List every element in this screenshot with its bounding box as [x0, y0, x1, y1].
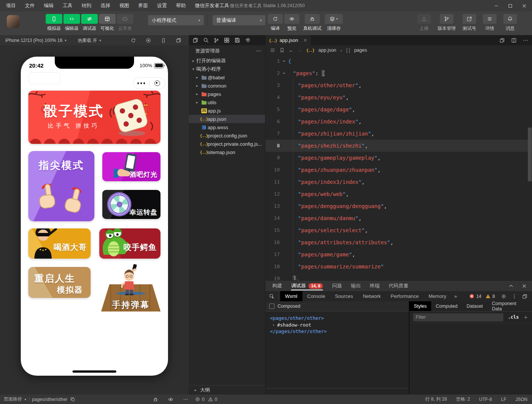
mode-select[interactable]: 小程序模式 ▾ — [148, 15, 204, 25]
line-number[interactable]: 6 — [265, 116, 280, 128]
breadcrumb-node[interactable]: pages — [354, 48, 367, 53]
code-line-14[interactable]: 14"pages/danmu/danmu", — [265, 212, 532, 224]
tree-section-project[interactable]: ▾喝酒小程序 — [189, 65, 265, 73]
preview-eye-icon[interactable] — [168, 397, 173, 402]
cloud-dev-button[interactable]: 云开发 — [116, 14, 134, 32]
more-actions-icon[interactable] — [523, 38, 528, 43]
line-number[interactable]: 3 — [265, 79, 280, 91]
code-line-16[interactable]: 16"pages/attributes/attributes", — [265, 236, 532, 248]
fold-icon[interactable] — [280, 152, 288, 164]
code-line-7[interactable]: 7"pages/zhijian/zhijian", — [265, 128, 532, 140]
code-line-17[interactable]: 17"pages/game/game", — [265, 248, 532, 261]
code-line-12[interactable]: 12"pages/web/web", — [265, 188, 532, 200]
fold-icon[interactable] — [280, 79, 288, 91]
composed-checkbox[interactable] — [269, 304, 274, 309]
bookmark-icon[interactable] — [279, 48, 285, 53]
copy-path-icon[interactable] — [70, 397, 75, 402]
outline-list-icon[interactable] — [270, 48, 275, 53]
tile-dice-mode[interactable]: 骰子模式 比手气 拼技巧 — [28, 91, 160, 144]
filter-input[interactable]: Filter — [413, 313, 503, 321]
code-line-18[interactable]: 18"pages/summarize/summarize" — [265, 261, 532, 273]
devtools-tab-network[interactable]: Network — [358, 291, 386, 301]
panel-tab-代码质量[interactable]: 代码质量 — [389, 281, 408, 291]
line-number[interactable]: 13 — [265, 200, 280, 212]
devtools-tab-wxml[interactable]: Wxml — [280, 291, 302, 301]
tile-lucky-wheel[interactable]: 幸运转盘 — [102, 190, 160, 219]
undock-icon[interactable] — [522, 294, 527, 299]
tree-item-app-wxss[interactable]: app.wxss — [189, 123, 265, 131]
editor-button[interactable]: 编辑器 — [63, 14, 80, 32]
blocks-icon[interactable] — [224, 37, 230, 43]
teapot-icon[interactable] — [245, 37, 251, 43]
more-tabs-icon[interactable]: » — [451, 293, 460, 299]
open-preview-icon[interactable] — [500, 38, 505, 43]
fold-icon[interactable] — [280, 200, 288, 212]
encoding[interactable]: UTF-8 — [479, 397, 492, 402]
devtools-tab-performance[interactable]: Performance — [386, 291, 424, 301]
clear-cache-button[interactable]: ▾清缓存 — [323, 14, 344, 32]
menu-item[interactable]: 选择 — [100, 2, 110, 9]
fold-icon[interactable] — [280, 188, 288, 200]
panel-tab-输出[interactable]: 输出 — [351, 281, 361, 291]
tile-croc-bite[interactable]: 咬手鳄鱼 — [99, 228, 160, 259]
code-line-11[interactable]: 11"pages/index3/index", — [265, 176, 532, 188]
fold-icon[interactable] — [280, 67, 288, 79]
branch-icon[interactable] — [214, 38, 219, 43]
line-number[interactable]: 10 — [265, 164, 280, 176]
menu-item[interactable]: 项目 — [6, 2, 16, 9]
outline-section[interactable]: ▸ 大纲 — [189, 385, 265, 395]
line-number[interactable]: 18 — [265, 261, 280, 273]
fold-icon[interactable] — [280, 176, 288, 188]
add-style-icon[interactable] — [523, 315, 528, 320]
devtools-tab-memory[interactable]: Memory — [424, 291, 451, 301]
restart-icon[interactable] — [131, 38, 136, 43]
fold-icon[interactable] — [280, 248, 288, 261]
tree-item-app-json[interactable]: {..}app.json — [189, 115, 265, 123]
code-line-15[interactable]: 15"pages/select/select", — [265, 224, 532, 236]
save-icon[interactable] — [234, 37, 240, 43]
devtools-tab-console[interactable]: Console — [302, 291, 330, 301]
code-editor[interactable]: 1{2"pages": [3"pages/other/other",4"page… — [265, 55, 532, 280]
eol[interactable]: LF — [501, 397, 506, 402]
files-icon[interactable] — [193, 37, 198, 43]
tree-item--babel[interactable]: ▸@babel — [189, 73, 265, 82]
minimize-icon[interactable] — [494, 3, 499, 8]
tree-item-utils[interactable]: ▸utils — [189, 98, 265, 106]
language-mode[interactable]: JSON — [515, 397, 527, 402]
indent-setting[interactable]: 空格: 2 — [456, 396, 470, 402]
line-number[interactable]: 7 — [265, 128, 280, 140]
code-line-6[interactable]: 6"pages/index/index", — [265, 116, 532, 128]
menu-item[interactable]: 编辑 — [44, 2, 54, 9]
cls-button[interactable]: .cls — [508, 315, 519, 320]
nav-back-icon[interactable]: ← — [289, 48, 293, 53]
device-debug-button[interactable]: 真机调试 — [301, 14, 324, 32]
line-number[interactable]: 4 — [265, 91, 280, 103]
menu-item[interactable]: 工具 — [63, 2, 72, 9]
tab-app-json[interactable]: {..} app.json — [265, 35, 311, 45]
preview-button[interactable]: 预览 — [284, 14, 300, 32]
tree-item-common[interactable]: ▸common — [189, 82, 265, 90]
panel-tab-构建[interactable]: 构建 — [272, 281, 282, 291]
styles-tab-component-data[interactable]: Component Data — [487, 301, 532, 311]
fold-icon[interactable] — [280, 55, 288, 67]
messages-button[interactable]: 消息 — [503, 14, 517, 32]
close-icon[interactable] — [522, 3, 527, 8]
line-number[interactable]: 12 — [265, 188, 280, 200]
compile-button[interactable]: 编译 — [267, 14, 284, 32]
fold-icon[interactable] — [280, 91, 288, 103]
tree-item-project-config-json[interactable]: {..}project.config.json — [189, 131, 265, 140]
tree-item-sitemap-json[interactable]: {..}sitemap.json — [189, 148, 265, 156]
panel-tab-调试器[interactable]: 调试器14, 8 — [291, 281, 323, 291]
cursor-position[interactable]: 行 8, 列 28 — [425, 396, 447, 402]
device-icon[interactable] — [161, 38, 166, 43]
close-tab-icon[interactable] — [303, 38, 307, 42]
line-number[interactable]: 19 — [265, 273, 280, 280]
tile-fingertip-mode[interactable]: 指尖模式 — [28, 151, 94, 221]
hot-reload-toggle[interactable]: 热重载 开 — [78, 37, 97, 44]
fold-icon[interactable] — [280, 273, 288, 280]
code-line-8[interactable]: 8"pages/shezhi/shezhi", — [265, 140, 532, 152]
line-number[interactable]: 14 — [265, 212, 280, 224]
code-line-9[interactable]: 9"pages/gameplay/gameplay", — [265, 152, 532, 164]
code-line-19[interactable]: 19], — [265, 273, 532, 280]
code-line-3[interactable]: 3"pages/other/other", — [265, 79, 532, 91]
